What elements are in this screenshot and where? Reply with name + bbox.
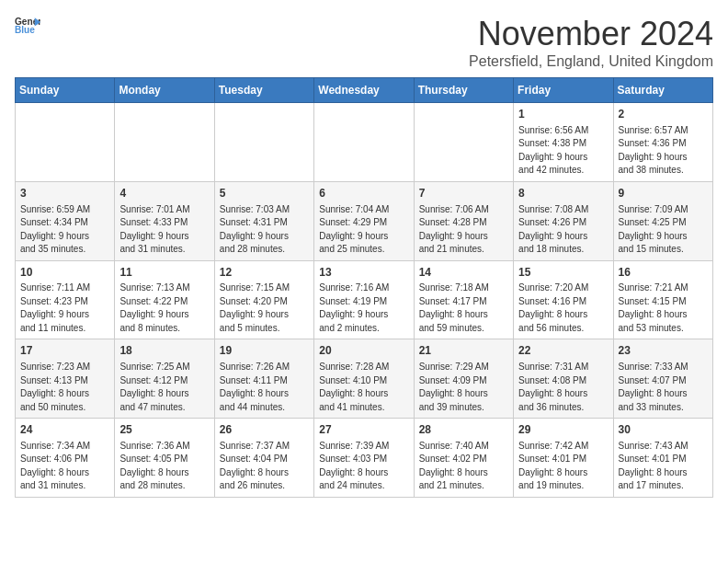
day-info: Sunrise: 7:26 AMSunset: 4:11 PMDaylight:… bbox=[220, 361, 309, 414]
day-info: Sunrise: 7:40 AMSunset: 4:02 PMDaylight:… bbox=[419, 440, 508, 493]
calendar-cell bbox=[115, 103, 214, 182]
day-number: 2 bbox=[619, 107, 708, 122]
calendar-week-row: 24Sunrise: 7:34 AMSunset: 4:06 PMDayligh… bbox=[16, 419, 713, 498]
day-number: 21 bbox=[419, 343, 508, 359]
day-number: 30 bbox=[619, 422, 708, 438]
calendar-cell: 20Sunrise: 7:28 AMSunset: 4:10 PMDayligh… bbox=[314, 339, 414, 419]
day-number: 27 bbox=[319, 422, 408, 438]
calendar-week-row: 17Sunrise: 7:23 AMSunset: 4:13 PMDayligh… bbox=[16, 339, 713, 419]
day-info: Sunrise: 7:37 AMSunset: 4:04 PMDaylight:… bbox=[220, 440, 309, 493]
calendar-cell: 13Sunrise: 7:16 AMSunset: 4:19 PMDayligh… bbox=[314, 260, 414, 339]
day-number: 23 bbox=[619, 343, 708, 359]
calendar-cell: 14Sunrise: 7:18 AMSunset: 4:17 PMDayligh… bbox=[414, 260, 513, 339]
day-info: Sunrise: 7:11 AMSunset: 4:23 PMDaylight:… bbox=[20, 282, 109, 335]
calendar-cell: 8Sunrise: 7:08 AMSunset: 4:26 PMDaylight… bbox=[514, 181, 613, 260]
col-header-friday: Friday bbox=[514, 78, 613, 103]
day-info: Sunrise: 7:18 AMSunset: 4:17 PMDaylight:… bbox=[419, 282, 508, 335]
day-info: Sunrise: 7:33 AMSunset: 4:07 PMDaylight:… bbox=[619, 361, 708, 414]
day-number: 18 bbox=[119, 343, 209, 359]
day-number: 4 bbox=[119, 186, 209, 201]
calendar-cell: 7Sunrise: 7:06 AMSunset: 4:28 PMDaylight… bbox=[414, 181, 513, 260]
day-info: Sunrise: 7:16 AMSunset: 4:19 PMDaylight:… bbox=[319, 282, 408, 335]
day-number: 24 bbox=[20, 422, 109, 438]
calendar-cell: 3Sunrise: 6:59 AMSunset: 4:34 PMDaylight… bbox=[16, 181, 115, 260]
day-info: Sunrise: 7:29 AMSunset: 4:09 PMDaylight:… bbox=[419, 361, 508, 414]
calendar-cell: 4Sunrise: 7:01 AMSunset: 4:33 PMDaylight… bbox=[115, 181, 214, 260]
col-header-saturday: Saturday bbox=[613, 78, 712, 103]
day-number: 16 bbox=[619, 265, 708, 281]
day-info: Sunrise: 6:56 AMSunset: 4:38 PMDaylight:… bbox=[518, 124, 608, 178]
calendar-week-row: 1Sunrise: 6:56 AMSunset: 4:38 PMDaylight… bbox=[16, 103, 713, 182]
col-header-monday: Monday bbox=[115, 78, 214, 103]
day-info: Sunrise: 7:25 AMSunset: 4:12 PMDaylight:… bbox=[119, 361, 209, 414]
day-number: 9 bbox=[619, 186, 708, 201]
calendar-cell: 17Sunrise: 7:23 AMSunset: 4:13 PMDayligh… bbox=[16, 339, 115, 419]
calendar-cell: 27Sunrise: 7:39 AMSunset: 4:03 PMDayligh… bbox=[314, 419, 414, 498]
calendar-cell bbox=[314, 103, 414, 182]
day-number: 10 bbox=[20, 265, 109, 281]
day-number: 29 bbox=[518, 422, 608, 438]
calendar-cell: 22Sunrise: 7:31 AMSunset: 4:08 PMDayligh… bbox=[514, 339, 613, 419]
col-header-wednesday: Wednesday bbox=[314, 78, 414, 103]
calendar-cell: 23Sunrise: 7:33 AMSunset: 4:07 PMDayligh… bbox=[613, 339, 712, 419]
calendar-cell: 21Sunrise: 7:29 AMSunset: 4:09 PMDayligh… bbox=[414, 339, 513, 419]
col-header-thursday: Thursday bbox=[414, 78, 513, 103]
calendar-cell: 18Sunrise: 7:25 AMSunset: 4:12 PMDayligh… bbox=[115, 339, 214, 419]
calendar-cell bbox=[16, 103, 115, 182]
calendar-cell: 2Sunrise: 6:57 AMSunset: 4:36 PMDaylight… bbox=[613, 103, 712, 182]
day-number: 14 bbox=[419, 265, 508, 281]
calendar-cell: 30Sunrise: 7:43 AMSunset: 4:01 PMDayligh… bbox=[613, 419, 712, 498]
day-number: 1 bbox=[518, 107, 608, 122]
day-number: 3 bbox=[20, 186, 109, 201]
day-number: 15 bbox=[518, 265, 608, 281]
calendar-table: SundayMondayTuesdayWednesdayThursdayFrid… bbox=[15, 77, 713, 498]
calendar-cell: 25Sunrise: 7:36 AMSunset: 4:05 PMDayligh… bbox=[115, 419, 214, 498]
calendar-cell: 9Sunrise: 7:09 AMSunset: 4:25 PMDaylight… bbox=[613, 181, 712, 260]
day-number: 22 bbox=[518, 343, 608, 359]
calendar-cell: 15Sunrise: 7:20 AMSunset: 4:16 PMDayligh… bbox=[514, 260, 613, 339]
day-number: 25 bbox=[119, 422, 209, 438]
day-number: 20 bbox=[319, 343, 408, 359]
day-info: Sunrise: 7:08 AMSunset: 4:26 PMDaylight:… bbox=[518, 203, 608, 257]
day-number: 11 bbox=[119, 265, 209, 281]
logo: General Blue bbox=[15, 15, 40, 35]
day-info: Sunrise: 6:57 AMSunset: 4:36 PMDaylight:… bbox=[619, 124, 708, 178]
day-info: Sunrise: 7:42 AMSunset: 4:01 PMDaylight:… bbox=[518, 440, 608, 493]
day-info: Sunrise: 7:01 AMSunset: 4:33 PMDaylight:… bbox=[119, 203, 209, 257]
col-header-tuesday: Tuesday bbox=[214, 78, 313, 103]
calendar-cell: 26Sunrise: 7:37 AMSunset: 4:04 PMDayligh… bbox=[214, 419, 313, 498]
location-subtitle: Petersfield, England, United Kingdom bbox=[469, 53, 713, 70]
day-info: Sunrise: 7:06 AMSunset: 4:28 PMDaylight:… bbox=[419, 203, 508, 257]
day-info: Sunrise: 7:39 AMSunset: 4:03 PMDaylight:… bbox=[319, 440, 408, 493]
calendar-cell: 16Sunrise: 7:21 AMSunset: 4:15 PMDayligh… bbox=[613, 260, 712, 339]
calendar-cell: 5Sunrise: 7:03 AMSunset: 4:31 PMDaylight… bbox=[214, 181, 313, 260]
calendar-week-row: 10Sunrise: 7:11 AMSunset: 4:23 PMDayligh… bbox=[16, 260, 713, 339]
calendar-cell: 10Sunrise: 7:11 AMSunset: 4:23 PMDayligh… bbox=[16, 260, 115, 339]
day-info: Sunrise: 7:20 AMSunset: 4:16 PMDaylight:… bbox=[518, 282, 608, 335]
calendar-cell: 24Sunrise: 7:34 AMSunset: 4:06 PMDayligh… bbox=[16, 419, 115, 498]
calendar-cell: 1Sunrise: 6:56 AMSunset: 4:38 PMDaylight… bbox=[514, 103, 613, 182]
day-number: 19 bbox=[220, 343, 309, 359]
day-number: 26 bbox=[220, 422, 309, 438]
calendar-body: 1Sunrise: 6:56 AMSunset: 4:38 PMDaylight… bbox=[16, 103, 713, 498]
title-area: November 2024 Petersfield, England, Unit… bbox=[469, 15, 713, 70]
day-info: Sunrise: 7:36 AMSunset: 4:05 PMDaylight:… bbox=[119, 440, 209, 493]
day-info: Sunrise: 7:09 AMSunset: 4:25 PMDaylight:… bbox=[619, 203, 708, 257]
day-info: Sunrise: 6:59 AMSunset: 4:34 PMDaylight:… bbox=[20, 203, 109, 257]
calendar-cell: 6Sunrise: 7:04 AMSunset: 4:29 PMDaylight… bbox=[314, 181, 414, 260]
day-number: 8 bbox=[518, 186, 608, 201]
day-number: 6 bbox=[319, 186, 408, 201]
month-title: November 2024 bbox=[469, 15, 713, 53]
day-number: 28 bbox=[419, 422, 508, 438]
day-info: Sunrise: 7:04 AMSunset: 4:29 PMDaylight:… bbox=[319, 203, 408, 257]
calendar-cell: 11Sunrise: 7:13 AMSunset: 4:22 PMDayligh… bbox=[115, 260, 214, 339]
calendar-week-row: 3Sunrise: 6:59 AMSunset: 4:34 PMDaylight… bbox=[16, 181, 713, 260]
calendar-cell bbox=[214, 103, 313, 182]
calendar-cell: 28Sunrise: 7:40 AMSunset: 4:02 PMDayligh… bbox=[414, 419, 513, 498]
day-number: 12 bbox=[220, 265, 309, 281]
calendar-cell: 19Sunrise: 7:26 AMSunset: 4:11 PMDayligh… bbox=[214, 339, 313, 419]
day-info: Sunrise: 7:23 AMSunset: 4:13 PMDaylight:… bbox=[20, 361, 109, 414]
page-header: General Blue November 2024 Petersfield, … bbox=[15, 15, 713, 70]
day-info: Sunrise: 7:21 AMSunset: 4:15 PMDaylight:… bbox=[619, 282, 708, 335]
day-info: Sunrise: 7:03 AMSunset: 4:31 PMDaylight:… bbox=[220, 203, 309, 257]
